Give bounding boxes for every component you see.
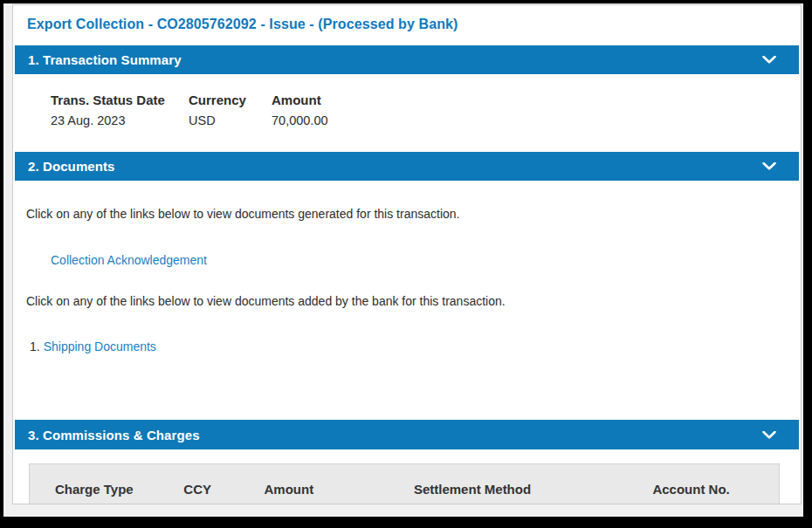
- summary-value-amount: 70,000.00: [272, 110, 328, 131]
- section-title: 2. Documents: [28, 159, 115, 174]
- section-title: 3. Commissions & Charges: [28, 428, 200, 442]
- charges-col-charge-type: Charge Type: [30, 482, 159, 497]
- charges-col-ccy: CCY: [159, 482, 237, 497]
- generated-documents-intro: Click on any of the links below to view …: [26, 206, 799, 222]
- charges-table-header-row: Charge Type CCY Amount Settlement Method…: [29, 463, 780, 504]
- summary-col-amount: Amount: [272, 91, 321, 110]
- charges-col-amount: Amount: [237, 482, 341, 497]
- chevron-down-icon: [762, 162, 776, 170]
- bank-document-row: 1.Shipping Documents: [30, 339, 799, 354]
- page-title: Export Collection - CO2805762092 - Issue…: [27, 14, 787, 35]
- summary-value-currency: USD: [189, 110, 272, 131]
- section-header-transaction-summary[interactable]: 1. Transaction Summary: [15, 45, 799, 74]
- collection-acknowledgement-link[interactable]: Collection Acknowledgement: [51, 253, 207, 267]
- summary-value-status-date: 23 Aug. 2023: [51, 110, 189, 131]
- transaction-summary-content: Trans. Status Date Currency Amount 23 Au…: [15, 74, 799, 152]
- summary-header-row: Trans. Status Date Currency Amount: [15, 74, 799, 110]
- section-title: 1. Transaction Summary: [28, 52, 182, 67]
- bank-documents-intro: Click on any of the links below to view …: [26, 293, 799, 309]
- bank-document-index: 1.: [30, 339, 40, 353]
- summary-value-row: 23 Aug. 2023 USD 70,000.00: [15, 110, 799, 131]
- section-header-documents[interactable]: 2. Documents: [15, 152, 799, 181]
- summary-col-currency: Currency: [189, 91, 272, 110]
- section-header-commissions-charges[interactable]: 3. Commissions & Charges: [15, 420, 799, 449]
- window-frame: Export Collection - CO2805762092 - Issue…: [0, 0, 812, 528]
- generated-document-row: Collection Acknowledgement: [51, 252, 799, 268]
- documents-content: Click on any of the links below to view …: [15, 206, 799, 420]
- summary-col-status-date: Trans. Status Date: [51, 91, 189, 110]
- charges-col-account-no: Account No.: [603, 482, 779, 497]
- chevron-down-icon: [762, 431, 776, 439]
- content-panel: Export Collection - CO2805762092 - Issue…: [12, 4, 802, 504]
- chevron-down-icon: [762, 56, 776, 64]
- shipping-documents-link[interactable]: Shipping Documents: [44, 339, 156, 353]
- charges-col-settlement-method: Settlement Method: [341, 482, 603, 497]
